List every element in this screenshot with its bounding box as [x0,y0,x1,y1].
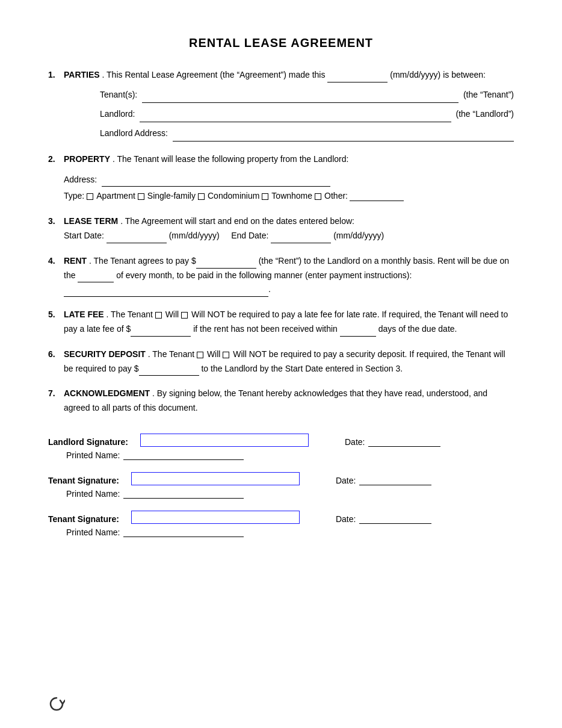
end-date-label: End Date: [231,231,268,240]
late-fee-days-field[interactable] [340,327,376,337]
start-date-label: Start Date: [64,231,104,240]
section-number-3: 3. [48,214,60,229]
landlord-sig-field[interactable] [140,434,309,447]
other-field[interactable] [350,191,404,201]
single-family-label: Single-family [147,189,196,204]
deposit-will-not-checkbox[interactable] [223,352,229,358]
rent-amount-field[interactable] [196,259,256,269]
tenant1-sig-row: Tenant Signature: Date: Printed Name: [48,472,514,499]
section-number-2: 2. [48,152,60,167]
section-late-fee: 5. LATE FEE . The Tenant Will Will NOT b… [48,308,514,337]
tenant1-printed-field[interactable] [123,489,244,499]
rent-due-day-field[interactable] [78,273,114,282]
tenant2-sig-label: Tenant Signature: [48,514,119,524]
landlord-address-field[interactable] [173,132,514,142]
tenant2-date-label: Date: [336,514,356,524]
tenant2-sig-field[interactable] [131,511,300,524]
late-fee-will-checkbox[interactable] [155,312,162,319]
type-single-family: Single-family [138,189,196,204]
other-checkbox[interactable] [315,193,321,200]
other-label: Other: [324,189,348,204]
section-heading-5: LATE FEE [64,310,104,319]
landlord-field[interactable] [140,113,451,122]
deposit-amount-field[interactable] [139,366,199,376]
document-title: RENTAL LEASE AGREEMENT [48,36,514,50]
payment-instructions-field[interactable] [64,287,268,297]
type-label: Type: [64,189,84,204]
townhome-label: Townhome [271,189,312,204]
section-number-5: 5. [48,308,60,322]
apartment-checkbox[interactable] [87,193,93,200]
section-text-4: . The Tenant agrees to pay $ (the “Rent”… [64,256,509,294]
landlord-date-field[interactable] [368,437,440,447]
type-condominium: Condominium [198,189,259,204]
section-number-1: 1. [48,68,60,82]
section-parties: 1. PARTIES . This Rental Lease Agreement… [48,68,514,142]
condominium-label: Condominium [208,189,259,204]
type-other: Other: [315,189,404,204]
section-heading-1: PARTIES [64,70,100,79]
end-date-field[interactable] [271,234,331,243]
section-text-2: . The Tenant will lease the following pr… [113,154,349,164]
landlord-sig-label: Landlord Signature: [48,437,128,447]
tenant2-printed-field[interactable] [123,527,244,537]
landlord-suffix: (the “Landlord”) [456,105,514,122]
section-property: 2. PROPERTY . The Tenant will lease the … [48,152,514,204]
tenant1-printed-label: Printed Name: [66,489,120,499]
property-address-field[interactable] [102,177,330,187]
landlord-address-label: Landlord Address: [100,125,168,142]
section-security-deposit: 6. SECURITY DEPOSIT . The Tenant Will Wi… [48,347,514,376]
tenant1-sig-field[interactable] [131,472,300,485]
tenants-suffix: (the “Tenant”) [463,86,514,103]
footer-logo [48,695,65,716]
tenants-field[interactable] [142,93,459,103]
tenant1-sig-label: Tenant Signature: [48,476,119,485]
property-type-row: Type: Apartment Single-family Condominiu… [64,189,514,204]
tenant2-printed-label: Printed Name: [66,527,120,537]
section-heading-7: ACKNOWLEDGMENT [64,388,150,398]
landlord-date-label: Date: [345,437,365,447]
deposit-will-checkbox[interactable] [197,352,203,358]
type-apartment: Apartment [87,189,135,204]
landlord-printed-field[interactable] [123,450,244,460]
signatures-section: Landlord Signature: Date: Printed Name: … [48,434,514,537]
section-number-6: 6. [48,347,60,362]
landlord-sig-row: Landlord Signature: Date: Printed Name: [48,434,514,460]
start-date-field[interactable] [107,234,167,243]
section-text-3: . The Agreement will start and end on th… [120,216,354,226]
townhome-checkbox[interactable] [262,193,268,200]
end-date-format: (mm/dd/yyyy) [333,231,384,240]
tenant2-date-field[interactable] [359,514,431,524]
section-acknowledgment: 7. ACKNOWLEDGMENT . By signing below, th… [48,387,514,415]
section-heading-3: LEASE TERM [64,216,118,226]
late-fee-will-not-checkbox[interactable] [181,312,188,319]
late-fee-amount-field[interactable] [131,327,191,337]
tenants-label: Tenant(s): [100,86,137,103]
tenant1-date-field[interactable] [359,476,431,485]
apartment-label: Apartment [96,189,135,204]
section-heading-4: RENT [64,256,87,266]
tenant2-sig-row: Tenant Signature: Date: Printed Name: [48,511,514,537]
landlord-printed-label: Printed Name: [66,450,120,460]
condominium-checkbox[interactable] [198,193,205,200]
address-label: Address: [64,173,97,187]
tenant1-date-label: Date: [336,476,356,485]
section-heading-6: SECURITY DEPOSIT [64,349,146,359]
section-text-5: . The Tenant Will Will NOT be required t… [64,310,508,334]
section-heading-2: PROPERTY [64,154,110,164]
section-number-4: 4. [48,254,60,269]
section-rent: 4. RENT . The Tenant agrees to pay $ (th… [48,254,514,297]
landlord-label: Landlord: [100,105,135,122]
start-date-format: (mm/dd/yyyy) [169,231,229,240]
single-family-checkbox[interactable] [138,193,144,200]
section-lease-term: 3. LEASE TERM . The Agreement will start… [48,214,514,243]
section-text-1: . This Rental Lease Agreement (the “Agre… [102,70,486,79]
section-number-7: 7. [48,387,60,401]
type-townhome: Townhome [262,189,312,204]
